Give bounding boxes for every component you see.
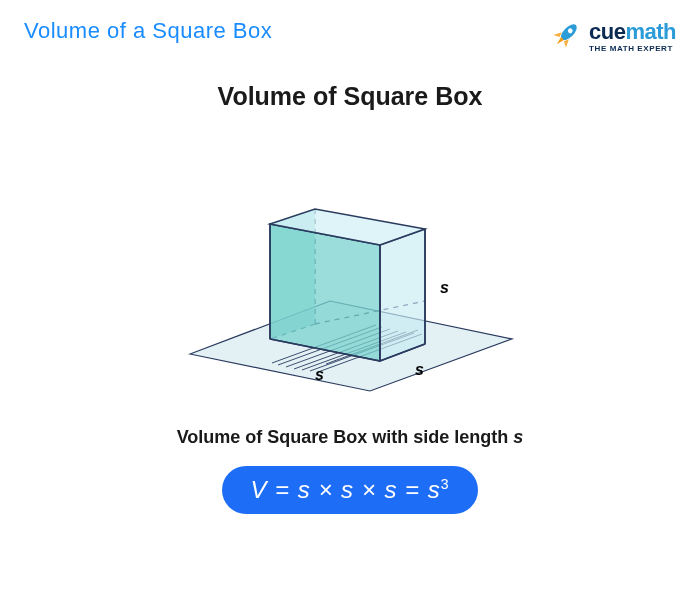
page-title: Volume of a Square Box [24, 18, 272, 44]
brand-logo: cuemath THE MATH EXPERT [549, 18, 676, 56]
card-title: Volume of Square Box [0, 82, 700, 111]
cube-diagram: s s s [140, 129, 560, 399]
logo-tagline: THE MATH EXPERT [589, 45, 676, 53]
logo-text: cuemath [589, 21, 676, 43]
caption: Volume of Square Box with side length s [0, 427, 700, 448]
side-label-right: s [440, 279, 449, 297]
side-label-front-right: s [415, 361, 424, 379]
formula-pill: V = s × s × s = s3 [222, 466, 477, 514]
formula-text: V = s × s × s = s3 [250, 476, 449, 503]
rocket-icon [549, 18, 583, 56]
side-label-front-left: s [315, 366, 324, 384]
svg-marker-16 [380, 229, 425, 361]
svg-marker-15 [270, 224, 380, 361]
